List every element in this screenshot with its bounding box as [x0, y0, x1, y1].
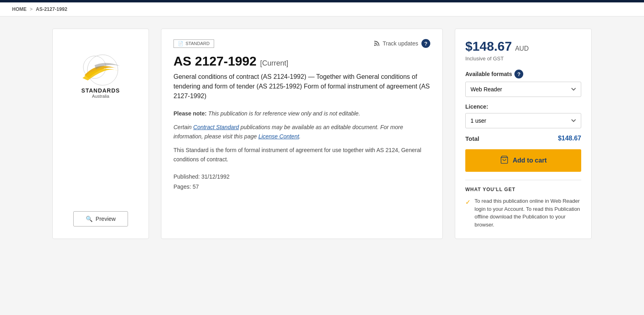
- price-gst: Inclusive of GST: [465, 56, 581, 62]
- what-youll-get-heading: WHAT YOU'LL GET: [465, 187, 581, 192]
- what-youll-get-section: WHAT YOU'LL GET ✓ To read this publicati…: [465, 180, 581, 229]
- preview-label: Preview: [96, 216, 116, 222]
- help-icon[interactable]: ?: [421, 39, 430, 48]
- preview-button[interactable]: 🔍 Preview: [73, 211, 128, 226]
- note-certain-section: Certain Contract Standard publications m…: [173, 123, 430, 141]
- format-select[interactable]: Web Reader PDF Hardcopy: [465, 82, 581, 97]
- total-value: $148.67: [558, 135, 581, 142]
- pages-count: Pages: 57: [173, 182, 430, 192]
- note-end: .: [299, 133, 301, 140]
- body-text: This Standard is the form of formal inst…: [173, 146, 430, 164]
- track-updates-label: Track updates: [383, 40, 418, 47]
- total-line: Total $148.67: [465, 135, 581, 142]
- track-updates-link[interactable]: Track updates: [374, 39, 418, 48]
- breadcrumb-home[interactable]: HOME: [12, 6, 27, 12]
- logo-graphic: [72, 53, 129, 87]
- product-title: AS 2127-1992 [Current]: [173, 54, 430, 69]
- breadcrumb-separator: >: [30, 6, 33, 12]
- price-currency: AUD: [515, 45, 529, 52]
- note-text: This publication is for reference view o…: [206, 110, 360, 117]
- license-content-link[interactable]: License Content: [258, 133, 299, 140]
- note-bold: Please note:: [173, 110, 206, 117]
- meta-info: Published: 31/12/1992 Pages: 57: [173, 172, 430, 192]
- badge-label: STANDARD: [186, 41, 210, 46]
- note-section: Please note: This publication is for ref…: [173, 109, 430, 118]
- product-image-panel: STANDARDS Australia 🔍 Preview: [52, 29, 149, 239]
- note-certain: Certain: [173, 124, 193, 130]
- preview-icon: 🔍: [86, 216, 93, 222]
- benefit-item: ✓ To read this publication online in Web…: [465, 197, 581, 229]
- price-amount: $148.67: [465, 39, 512, 54]
- licence-label: Licence:: [465, 103, 581, 110]
- format-help-icon[interactable]: ?: [514, 70, 523, 78]
- published-date: Published: 31/12/1992: [173, 172, 430, 182]
- svg-point-2: [374, 44, 376, 46]
- product-status: [Current]: [260, 59, 288, 67]
- product-details-panel: 📄 STANDARD Track updates ? AS 2127-1992 …: [161, 29, 443, 239]
- product-id: AS 2127-1992: [173, 54, 256, 68]
- price-line: $148.67 AUD: [465, 39, 581, 54]
- total-label: Total: [465, 135, 479, 142]
- format-label-text: Available formats: [465, 71, 512, 77]
- add-to-cart-button[interactable]: Add to cart: [465, 149, 581, 172]
- logo-text: STANDARDS: [81, 87, 120, 94]
- breadcrumb: HOME > AS-2127-1992: [0, 2, 644, 16]
- logo-subtext: Australia: [92, 94, 109, 99]
- standard-badge: 📄 STANDARD: [173, 39, 214, 48]
- benefit-text: To read this publication online in Web R…: [475, 197, 581, 229]
- product-description: General conditions of contract (AS 2124-…: [173, 72, 430, 101]
- document-icon: 📄: [178, 41, 184, 46]
- rss-icon: [374, 39, 381, 48]
- licence-section: Licence: 1 user 2 users 3 users 5 users: [465, 103, 581, 128]
- track-bar: 📄 STANDARD Track updates ?: [173, 39, 430, 48]
- check-icon: ✓: [465, 198, 471, 229]
- breadcrumb-current: AS-2127-1992: [36, 6, 67, 12]
- contract-standard-link[interactable]: Contract Standard: [193, 124, 239, 130]
- format-label: Available formats ?: [465, 70, 581, 78]
- licence-select[interactable]: 1 user 2 users 3 users 5 users: [465, 113, 581, 128]
- purchase-panel: $148.67 AUD Inclusive of GST Available f…: [455, 29, 592, 239]
- add-to-cart-label: Add to cart: [513, 157, 547, 164]
- format-section: Available formats ? Web Reader PDF Hardc…: [465, 70, 581, 97]
- cart-icon: [500, 155, 509, 166]
- standards-logo: STANDARDS Australia: [72, 53, 129, 99]
